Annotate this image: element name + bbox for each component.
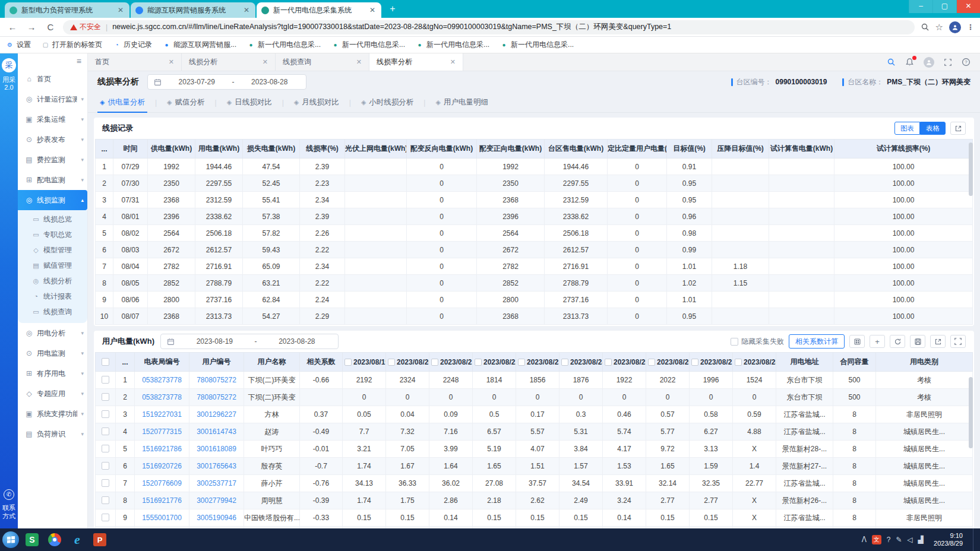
row-checkbox[interactable] xyxy=(102,410,109,418)
sidebar-subitem-赋值管理[interactable]: ▤赋值管理 xyxy=(18,258,87,273)
table-row[interactable]: 408/0123962338.6257.382.39023962338.6200… xyxy=(96,208,973,225)
volume-icon[interactable]: ◁ xyxy=(908,536,913,544)
column-select-checkbox[interactable] xyxy=(561,359,568,366)
browser-tab[interactable]: 新型电力负荷管理系统✕ xyxy=(5,2,129,18)
profile-icon[interactable] xyxy=(949,21,961,33)
table-row[interactable]: 508/0225642506.1857.822.26025642506.1800… xyxy=(96,225,973,242)
table-row[interactable]: 207/3023502297.5552.452.23023502297.5500… xyxy=(96,175,973,192)
cell[interactable]: 3005190946 xyxy=(189,509,244,527)
bookmark-item[interactable]: ●新一代用电信息采... xyxy=(331,40,405,50)
sidebar-item-配电监测[interactable]: ⊞配电监测▾ xyxy=(18,170,87,190)
table-row[interactable]: 615169207263001765643殷存英-0.71.741.671.64… xyxy=(96,458,973,475)
table-row[interactable]: 908/0628002737.1662.842.24028002737.1601… xyxy=(96,292,973,308)
table-row[interactable]: 915550017003005190946中国铁塔股份有...-0.330.15… xyxy=(96,509,973,527)
refresh-icon[interactable]: C xyxy=(44,22,57,32)
table-row[interactable]: 815169217763002779942周明慧-0.391.741.752.8… xyxy=(96,492,973,509)
correlation-calc-button[interactable]: 相关系数计算 xyxy=(789,334,845,349)
sidebar-collapse-icon[interactable]: ≡ xyxy=(77,56,81,66)
help-icon[interactable]: ? xyxy=(962,58,970,66)
column-select-checkbox[interactable] xyxy=(431,359,438,366)
row-checkbox[interactable] xyxy=(102,462,109,470)
tray-pen-icon[interactable]: ✎ xyxy=(896,536,902,544)
column-select-checkbox[interactable] xyxy=(735,359,742,366)
page-tab-线损查询[interactable]: 线损查询✕ xyxy=(276,53,369,71)
save-button[interactable] xyxy=(910,335,925,348)
column-select-checkbox[interactable] xyxy=(518,359,525,366)
page-tab-线损率分析[interactable]: 线损率分析✕ xyxy=(369,53,463,71)
cell[interactable]: 0538273778 xyxy=(135,372,189,389)
forward-icon[interactable]: → xyxy=(25,22,38,32)
zoom-icon[interactable] xyxy=(921,23,930,31)
tab-close-icon[interactable]: ✕ xyxy=(116,6,125,14)
sidebar-subitem-统计报表[interactable]: ◔统计报表 xyxy=(18,289,87,304)
cell[interactable]: 1520776609 xyxy=(135,475,189,492)
table-row[interactable]: 708/0427822716.9165.092.34027822716.9101… xyxy=(96,258,973,275)
sidebar-item-线损监测[interactable]: ◎线损监测▴ xyxy=(18,190,87,210)
bookmark-star-icon[interactable]: ☆ xyxy=(935,22,943,33)
date-range-picker[interactable]: 2023-07-29 - 2023-08-28 xyxy=(147,74,306,90)
row-checkbox[interactable] xyxy=(102,479,109,487)
tab-close-icon[interactable]: ✕ xyxy=(169,58,174,66)
hide-failed-checkbox[interactable] xyxy=(731,338,738,346)
cell[interactable]: 3005190947 xyxy=(189,527,244,529)
powerpoint-taskbar-icon[interactable]: P xyxy=(90,531,109,549)
add-button[interactable]: + xyxy=(870,335,885,348)
sidebar-subitem-线损分析[interactable]: ◎线损分析 xyxy=(18,273,87,289)
bookmark-item[interactable]: ⚙设置 xyxy=(6,40,31,50)
not-secure-warning[interactable]: 不安全 xyxy=(70,22,101,32)
refresh-button[interactable] xyxy=(890,335,905,348)
subtab-小时线损分析[interactable]: ◈小时线损分析 xyxy=(359,93,416,113)
row-checkbox[interactable] xyxy=(102,514,109,521)
sidebar-item-用电分析[interactable]: ◎用电分析▾ xyxy=(18,323,87,343)
table-row[interactable]: 315192270313001296227方林0.370.050.040.090… xyxy=(96,406,973,423)
row-checkbox[interactable] xyxy=(102,445,109,452)
column-select-checkbox[interactable] xyxy=(344,359,352,366)
subtab-用户电量明细[interactable]: ◈用户电量明细 xyxy=(433,93,490,113)
search-icon[interactable] xyxy=(887,58,896,66)
row-checkbox[interactable] xyxy=(102,496,109,504)
chrome-taskbar-icon[interactable] xyxy=(45,531,64,549)
tray-app-icon[interactable]: 文 xyxy=(872,535,881,544)
cell[interactable]: 3001618089 xyxy=(189,441,244,458)
bookmark-item[interactable]: ●新一代用电信息采... xyxy=(247,40,321,50)
cell[interactable]: 1520777315 xyxy=(135,423,189,441)
export-button[interactable] xyxy=(930,335,946,348)
select-all-checkbox[interactable] xyxy=(102,358,109,366)
hide-failed-option[interactable]: 隐藏采集失败 xyxy=(731,337,784,347)
table-row[interactable]: 1008/0723682313.7354.272.29023682313.730… xyxy=(96,308,973,325)
browser-tab[interactable]: 新一代用电信息采集系统✕ xyxy=(257,2,381,18)
wps-taskbar-icon[interactable]: S xyxy=(23,531,42,549)
bookmark-item[interactable]: ▢打开新的标签页 xyxy=(42,40,102,50)
address-input[interactable]: 不安全 | neweic.js.sgcc.com.cn/#/llm/line/L… xyxy=(63,20,915,34)
sidebar-subitem-线损总览[interactable]: ▭线损总览 xyxy=(18,211,87,227)
cell[interactable]: 3001765643 xyxy=(189,458,244,475)
subtab-赋值分析[interactable]: ◈赋值分析 xyxy=(165,93,207,113)
cell[interactable]: 0538273778 xyxy=(135,389,189,406)
cell[interactable]: 1555001700 xyxy=(135,509,189,527)
column-settings-button[interactable] xyxy=(849,335,865,348)
table-row[interactable]: 515169217863001618089叶巧巧-0.013.217.053.9… xyxy=(96,441,973,458)
tab-close-icon[interactable]: ✕ xyxy=(368,6,377,14)
new-tab-button[interactable]: + xyxy=(385,4,400,15)
cell[interactable]: 1519227031 xyxy=(135,406,189,423)
cell[interactable]: 3001614743 xyxy=(189,423,244,441)
table-row[interactable]: 307/3123682312.5955.412.34023682312.5900… xyxy=(96,192,973,208)
clock[interactable]: 9:10 2023/8/29 xyxy=(929,532,968,547)
column-select-checkbox[interactable] xyxy=(648,359,655,366)
notifications-bell-icon[interactable] xyxy=(905,58,914,66)
table-row[interactable]: 205382737787808075272下坝(二)环美变0000000000东… xyxy=(96,389,973,406)
row-checkbox[interactable] xyxy=(102,376,109,384)
page-tab-首页[interactable]: 首页✕ xyxy=(88,53,182,71)
bookmark-item[interactable]: ◔历史记录 xyxy=(113,40,152,50)
table-row[interactable]: 105382737787808075272下坝(二)环美变-0.66219223… xyxy=(96,372,973,389)
contact-block[interactable]: ✆ 联系方式 xyxy=(2,489,15,520)
table-scrollbar[interactable] xyxy=(969,377,973,448)
subtab-供电量分析[interactable]: ◈供电量分析 xyxy=(97,93,147,113)
minimize-button[interactable]: – xyxy=(909,0,932,13)
back-icon[interactable]: ← xyxy=(6,22,19,32)
sidebar-item-抄表发布[interactable]: ⊙抄表发布▾ xyxy=(18,129,87,150)
sidebar-item-系统支撑功能[interactable]: ▣系统支撑功能▾ xyxy=(18,404,87,424)
table-row[interactable]: 107/2919921944.4647.542.39019921944.4600… xyxy=(96,159,973,175)
browser-tab[interactable]: 能源互联网营销服务系统✕ xyxy=(131,2,255,18)
maximize-button[interactable]: ▢ xyxy=(932,0,956,13)
